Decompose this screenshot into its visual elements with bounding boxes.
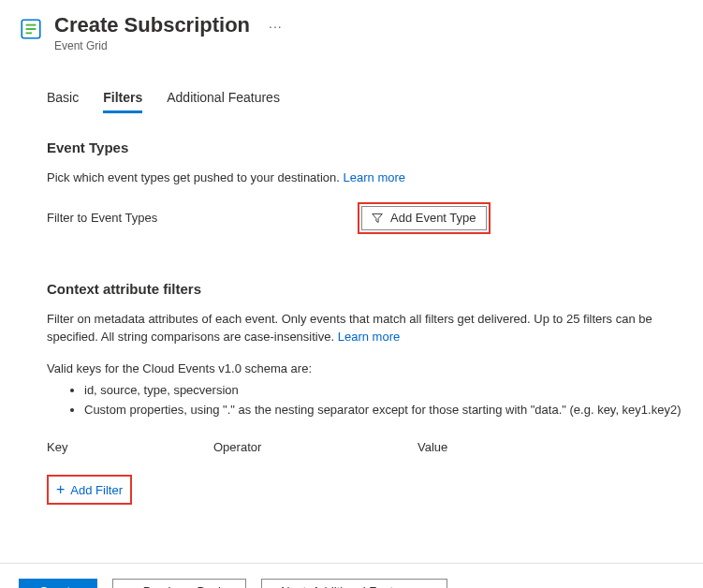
footer-actions: Create < Previous: Basic Next: Additiona… bbox=[0, 564, 703, 588]
add-event-type-highlight: Add Event Type bbox=[358, 202, 491, 234]
valid-keys-intro: Valid keys for the Cloud Events v1.0 sch… bbox=[47, 361, 684, 375]
column-key: Key bbox=[47, 440, 213, 454]
subscription-icon bbox=[19, 17, 43, 41]
valid-keys-item-2: Custom properties, using "." as the nest… bbox=[84, 401, 684, 420]
create-button[interactable]: Create bbox=[19, 579, 97, 588]
filter-icon bbox=[372, 213, 383, 224]
column-operator: Operator bbox=[213, 440, 417, 454]
add-filter-label: Add Filter bbox=[70, 483, 123, 497]
filter-column-headers: Key Operator Value bbox=[47, 440, 684, 454]
page-title: Create Subscription bbox=[54, 13, 250, 37]
tab-bar: Basic Filters Additional Features bbox=[47, 90, 684, 113]
column-value: Value bbox=[417, 440, 684, 454]
filter-to-event-types-label: Filter to Event Types bbox=[47, 211, 358, 225]
add-event-type-label: Add Event Type bbox=[390, 211, 476, 225]
context-filters-heading: Context attribute filters bbox=[47, 281, 684, 297]
tab-additional-features[interactable]: Additional Features bbox=[167, 90, 280, 113]
next-button[interactable]: Next: Additional Features > bbox=[261, 579, 447, 588]
tab-filters[interactable]: Filters bbox=[103, 90, 142, 113]
tab-basic[interactable]: Basic bbox=[47, 90, 79, 113]
context-filters-description: Filter on metadata attributes of each ev… bbox=[47, 310, 684, 346]
event-types-learn-more-link[interactable]: Learn more bbox=[344, 170, 405, 184]
add-filter-highlight: + Add Filter bbox=[47, 475, 132, 505]
add-event-type-button[interactable]: Add Event Type bbox=[361, 206, 487, 230]
event-types-heading: Event Types bbox=[47, 140, 684, 155]
page-subtitle: Event Grid bbox=[54, 39, 250, 52]
valid-keys-list: id, source, type, specversion Custom pro… bbox=[47, 381, 684, 420]
event-types-desc-text: Pick which event types get pushed to you… bbox=[47, 170, 340, 184]
add-filter-button[interactable]: + Add Filter bbox=[51, 478, 128, 501]
more-menu-icon[interactable]: ··· bbox=[269, 19, 283, 34]
valid-keys-item-1: id, source, type, specversion bbox=[84, 381, 684, 401]
previous-button[interactable]: < Previous: Basic bbox=[112, 579, 246, 588]
context-learn-more-link[interactable]: Learn more bbox=[338, 330, 400, 344]
event-types-description: Pick which event types get pushed to you… bbox=[47, 169, 684, 187]
plus-icon: + bbox=[56, 482, 65, 497]
